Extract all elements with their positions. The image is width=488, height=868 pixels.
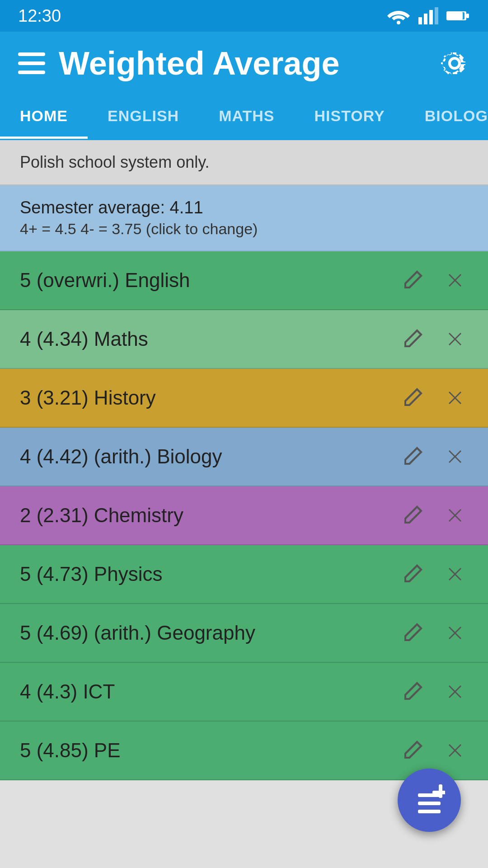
status-icons [387,7,470,24]
wifi-icon [387,7,410,24]
tab-maths[interactable]: MATHS [199,95,294,139]
row-actions [399,737,468,764]
subject-row: 5 (4.73) Physics [0,545,488,604]
delete-subject-button[interactable] [442,326,468,352]
subject-row: 3 (3.21) History [0,369,488,428]
edit-subject-button[interactable] [399,267,426,293]
semester-info[interactable]: Semester average: 4.11 4+ = 4.5 4- = 3.7… [0,185,488,251]
add-subject-button[interactable] [398,769,461,832]
row-actions [399,561,468,587]
subject-text: 5 (4.73) Physics [20,563,399,585]
subject-row: 2 (2.31) Chemistry [0,486,488,545]
app-title: Weighted Average [59,45,426,82]
row-actions [399,502,468,528]
delete-subject-button[interactable] [442,737,468,764]
subject-row: 5 (overwri.) English [0,251,488,310]
settings-button[interactable] [439,48,470,79]
delete-subject-button[interactable] [442,385,468,411]
svg-rect-7 [447,12,463,19]
edit-subject-button[interactable] [399,620,426,646]
subject-text: 5 (overwri.) English [20,269,399,292]
row-actions [399,443,468,470]
row-actions [399,620,468,646]
tab-english[interactable]: ENGLISH [88,95,199,139]
svg-rect-14 [418,810,441,813]
row-actions [399,679,468,705]
delete-subject-button[interactable] [442,620,468,646]
row-actions [399,385,468,411]
svg-rect-9 [18,52,45,56]
status-time: 12:30 [18,6,61,26]
tab-bar: HOME ENGLISH MATHS HISTORY BIOLOGY CH [0,95,488,140]
delete-subject-button[interactable] [442,561,468,587]
svg-rect-3 [429,10,433,24]
svg-rect-1 [418,17,422,24]
subject-text: 4 (4.42) (arith.) Biology [20,445,399,468]
svg-rect-4 [435,7,438,24]
subject-text: 4 (4.3) ICT [20,680,399,703]
subject-text: 3 (3.21) History [20,387,399,409]
subject-text: 4 (4.34) Maths [20,328,399,350]
signal-icon [418,7,438,24]
subject-row: 4 (4.34) Maths [0,310,488,369]
info-text: Polish school system only. [20,153,210,171]
tab-biology[interactable]: BIOLOGY [405,95,488,139]
svg-rect-8 [466,14,469,18]
edit-subject-button[interactable] [399,443,426,470]
subject-text: 2 (2.31) Chemistry [20,504,399,527]
subject-row: 4 (4.42) (arith.) Biology [0,428,488,486]
delete-subject-button[interactable] [442,502,468,528]
svg-rect-16 [432,791,445,794]
subject-text: 5 (4.85) PE [20,739,399,762]
subject-row: 5 (4.69) (arith.) Geography [0,604,488,663]
svg-point-0 [397,21,400,24]
app-bar: Weighted Average [0,32,488,95]
edit-subject-button[interactable] [399,679,426,705]
edit-subject-button[interactable] [399,502,426,528]
menu-button[interactable] [18,52,45,74]
edit-subject-button[interactable] [399,737,426,764]
svg-rect-10 [18,61,45,65]
semester-average: Semester average: 4.11 [20,198,468,217]
edit-subject-button[interactable] [399,561,426,587]
row-actions [399,267,468,293]
row-actions [399,326,468,352]
delete-subject-button[interactable] [442,443,468,470]
delete-subject-button[interactable] [442,267,468,293]
info-banner: Polish school system only. [0,140,488,185]
svg-rect-11 [18,71,45,74]
edit-subject-button[interactable] [399,326,426,352]
subject-row: 4 (4.3) ICT [0,663,488,722]
svg-rect-13 [418,802,441,805]
subjects-list: 5 (overwri.) English 4 (4.34) Maths 3 (3… [0,251,488,780]
battery-icon [446,9,470,22]
tab-home[interactable]: HOME [0,95,88,139]
status-bar: 12:30 [0,0,488,32]
tab-history[interactable]: HISTORY [294,95,404,139]
edit-subject-button[interactable] [399,385,426,411]
grade-scale-info: 4+ = 4.5 4- = 3.75 (click to change) [20,220,468,238]
subject-text: 5 (4.69) (arith.) Geography [20,622,399,644]
svg-rect-2 [424,14,427,24]
delete-subject-button[interactable] [442,679,468,705]
